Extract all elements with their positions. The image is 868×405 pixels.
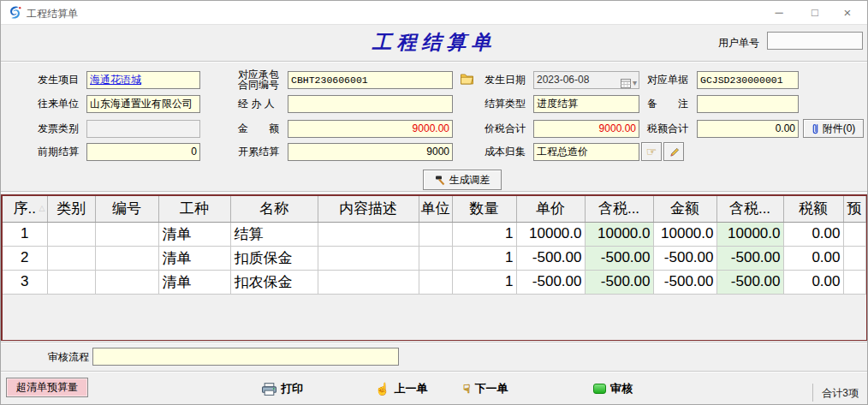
cell-price-tax[interactable]: 10000.0 [585, 222, 653, 246]
audit-button[interactable]: 审核 [593, 379, 633, 398]
handler-field[interactable] [288, 95, 453, 113]
col-header-desc[interactable]: 内容描述 [318, 196, 419, 222]
cell-budget[interactable] [843, 246, 865, 270]
cell-amount-tax[interactable]: 10000.0 [716, 222, 783, 246]
col-header-seq[interactable]: 序..△ [3, 196, 47, 222]
cell-qty[interactable]: 1 [452, 246, 516, 270]
remark-field[interactable] [697, 95, 799, 113]
cell-tax[interactable]: 0.00 [783, 222, 843, 246]
settle-type-label: 结算类型 [485, 95, 526, 113]
col-header-qty[interactable]: 数量 [452, 196, 516, 222]
cell-desc[interactable] [318, 246, 419, 270]
col-header-code[interactable]: 编号 [95, 196, 158, 222]
amount-field[interactable]: 9000.00 [288, 120, 453, 138]
cell-worktype[interactable]: 清单 [158, 246, 230, 270]
date-field[interactable]: 2023-06-08 ▾ [533, 71, 639, 89]
settle-type-field[interactable]: 进度结算 [533, 95, 639, 113]
invoice-type-label: 发票类别 [38, 120, 79, 138]
cell-price-tax[interactable]: -500.00 [585, 246, 653, 270]
contract-field[interactable]: CBHT230606001 [288, 71, 453, 89]
previous-doc-button[interactable]: ☝ 上一单 [375, 379, 427, 398]
over-budget-button[interactable]: 超清单预算量 [6, 378, 88, 397]
user-no-input[interactable] [767, 32, 863, 50]
cell-code[interactable] [95, 222, 158, 246]
cell-budget[interactable] [843, 270, 865, 294]
cell-unit[interactable] [419, 222, 452, 246]
attachment-button[interactable]: 附件(0) [803, 119, 864, 138]
col-header-unit[interactable]: 单位 [419, 196, 452, 222]
minimize-button[interactable]: ─ [764, 1, 794, 24]
close-button[interactable]: × [833, 1, 862, 24]
divider [1, 191, 867, 193]
folder-browse-icon[interactable] [460, 73, 474, 85]
cell-name[interactable]: 结算 [230, 222, 318, 246]
invoice-type-field[interactable] [86, 120, 200, 138]
cell-desc[interactable] [318, 222, 419, 246]
cell-budget[interactable] [843, 222, 865, 246]
titlebar: 工程结算单 ─ □ × [1, 1, 867, 25]
review-flow-field[interactable] [92, 348, 399, 366]
cell-price-tax[interactable]: -500.00 [585, 270, 653, 294]
col-header-price[interactable]: 单价 [516, 196, 585, 222]
print-button[interactable]: 打印 [262, 379, 303, 398]
cell-category[interactable] [47, 270, 95, 294]
cell-qty[interactable]: 1 [452, 270, 516, 294]
cell-worktype[interactable]: 清单 [158, 270, 230, 294]
total-with-tax-field[interactable]: 9000.00 [533, 120, 639, 138]
cell-tax[interactable]: 0.00 [783, 246, 843, 270]
partner-field[interactable]: 山东海通置业有限公司 [86, 95, 200, 113]
cell-category[interactable] [47, 222, 95, 246]
cell-unit[interactable] [419, 270, 452, 294]
col-header-budget[interactable]: 预 [843, 196, 865, 222]
cell-code[interactable] [95, 246, 158, 270]
col-header-tax[interactable]: 税额 [783, 196, 843, 222]
col-header-worktype[interactable]: 工种 [158, 196, 230, 222]
cell-qty[interactable]: 1 [452, 222, 516, 246]
cell-name[interactable]: 扣质保金 [230, 246, 318, 270]
cell-amount[interactable]: -500.00 [653, 270, 716, 294]
col-header-name[interactable]: 名称 [230, 196, 318, 222]
col-header-amount[interactable]: 金额 [653, 196, 716, 222]
cell-amount-tax[interactable]: -500.00 [716, 270, 783, 294]
col-header-amount-tax[interactable]: 含税... [716, 196, 783, 222]
hammer-icon [435, 175, 446, 186]
project-field[interactable]: 海通花语城 [86, 71, 200, 89]
cell-price[interactable]: -500.00 [516, 246, 585, 270]
generate-adjustment-button[interactable]: 生成调差 [423, 170, 502, 190]
cell-price[interactable]: -500.00 [516, 270, 585, 294]
cell-tax[interactable]: 0.00 [783, 270, 843, 294]
cell-amount[interactable]: 10000.0 [653, 222, 716, 246]
cell-unit[interactable] [419, 246, 452, 270]
col-header-category[interactable]: 类别 [47, 196, 95, 222]
maximize-button[interactable]: □ [800, 1, 829, 24]
cell-seq[interactable]: 2 [3, 246, 47, 270]
doc-no-field[interactable]: GCJSD230000001 [697, 71, 799, 89]
cell-desc[interactable] [318, 270, 419, 294]
cell-name[interactable]: 扣农保金 [230, 270, 318, 294]
date-dropdown-icon[interactable]: ▾ [633, 74, 637, 89]
cost-collect-pick-button[interactable]: ☞ [641, 142, 662, 161]
cost-collect-edit-button[interactable] [663, 142, 684, 161]
contract-label: 对应承包合同编号 [238, 68, 286, 91]
col-header-price-tax[interactable]: 含税... [585, 196, 653, 222]
accum-settle-field[interactable]: 9000 [288, 143, 453, 161]
cell-code[interactable] [95, 270, 158, 294]
cell-seq[interactable]: 3 [3, 270, 47, 294]
cell-amount[interactable]: -500.00 [653, 246, 716, 270]
cell-seq[interactable]: 1 [3, 222, 47, 246]
cost-collect-field[interactable]: 工程总造价 [533, 143, 639, 161]
app-window: 工程结算单 ─ □ × 工程结算单 用户单号 发生项目 海通花语城 对应承包合同… [0, 0, 868, 405]
prev-settle-field[interactable]: 0 [86, 143, 200, 161]
tax-total-field[interactable]: 0.00 [697, 120, 799, 138]
cell-price[interactable]: 10000.0 [516, 222, 585, 246]
amount-label: 金 额 [238, 120, 279, 138]
review-panel: 审核流程 [1, 342, 867, 372]
next-doc-button[interactable]: ☟ 下一单 [463, 379, 508, 398]
cell-category[interactable] [47, 246, 95, 270]
handler-label: 经 办 人 [238, 95, 275, 113]
pencil-icon [669, 146, 680, 158]
footer-toolbar: 超清单预算量 打印 ☝ 上一单 ☟ 下一单 审核 合计3项 [1, 372, 867, 405]
cell-worktype[interactable]: 清单 [158, 222, 230, 246]
cell-amount-tax[interactable]: -500.00 [716, 246, 783, 270]
doc-header: 工程结算单 用户单号 [1, 25, 867, 62]
